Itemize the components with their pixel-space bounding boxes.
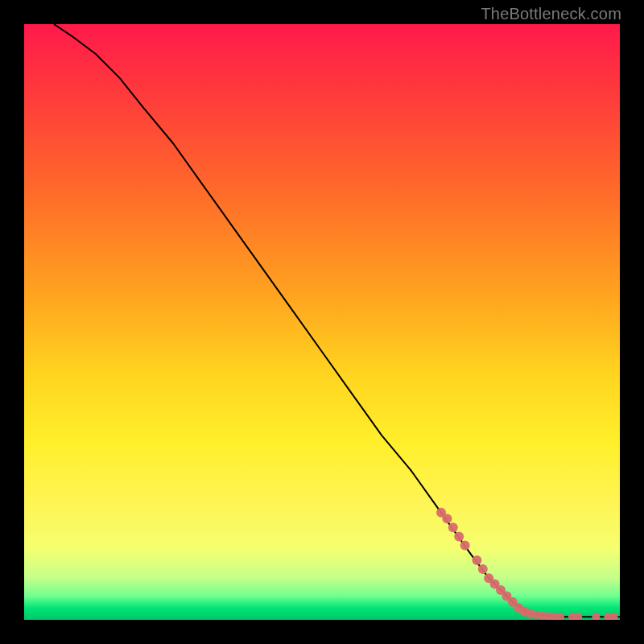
data-point [472,555,481,565]
data-point [556,613,564,620]
data-point [448,522,458,532]
watermark-text: TheBottleneck.com [481,5,621,23]
data-point [460,541,470,551]
data-point [592,613,600,620]
plot-area [24,24,620,620]
data-point [610,613,618,620]
data-point [478,564,488,574]
chart-frame: TheBottleneck.com [0,0,644,644]
chart-svg [24,24,620,620]
data-point [574,613,582,620]
curve-line [54,24,620,617]
data-point [442,514,452,523]
data-point [454,531,464,541]
